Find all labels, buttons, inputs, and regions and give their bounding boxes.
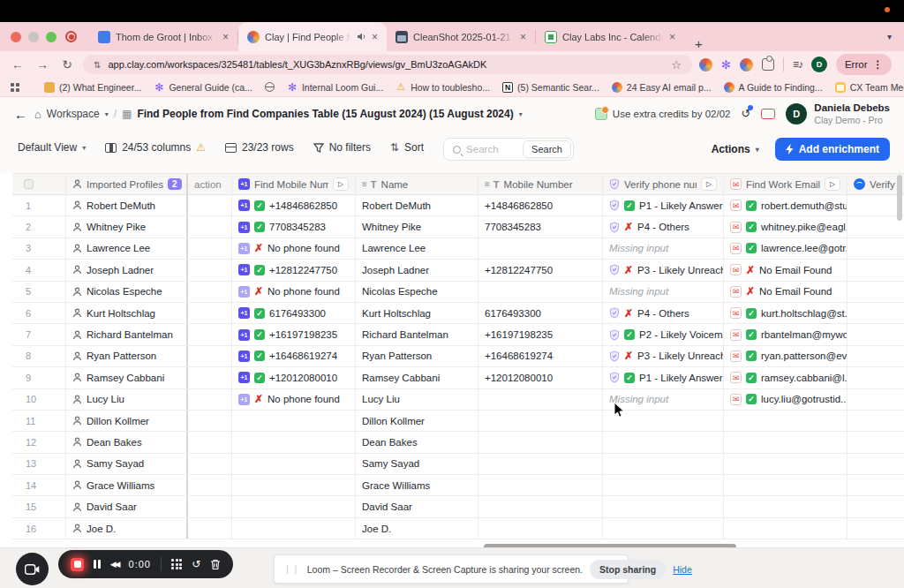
name-cell[interactable]: Lucy Liu: [356, 389, 478, 410]
clay-extension-icon[interactable]: [740, 58, 753, 72]
row-number[interactable]: 14: [12, 475, 66, 495]
find-mobile-cell[interactable]: +1✗No phone found: [232, 282, 356, 302]
reading-list-icon[interactable]: ≡♪: [793, 58, 802, 71]
mobile-number-cell[interactable]: +16197198235: [478, 324, 603, 344]
header-verify[interactable]: Verify: [848, 174, 904, 194]
verify-phone-cell[interactable]: ✓P2 - Likely Voicemail: [603, 324, 724, 344]
imported-profile-cell[interactable]: Lucy Liu: [66, 389, 188, 410]
work-email-cell[interactable]: ✉✓lucy.liu@gotrustid....: [724, 389, 848, 410]
name-cell[interactable]: Joe D.: [356, 518, 478, 539]
action-cell[interactable]: [188, 496, 232, 516]
tab-cleanshot[interactable]: CleanShot 2025-01-21 at .05 ×: [387, 22, 535, 51]
header-mobile-number[interactable]: ≡ T Mobile Number: [478, 174, 603, 194]
drag-handle[interactable]: ❘❘: [283, 564, 300, 574]
address-bar[interactable]: ⇅ app.clay.com/workspaces/325481/tables/…: [83, 55, 692, 74]
verify-phone-cell[interactable]: [603, 475, 724, 495]
stop-sharing-button[interactable]: Stop sharing: [590, 560, 666, 579]
name-cell[interactable]: Grace Williams: [356, 475, 478, 495]
action-cell[interactable]: [188, 238, 232, 259]
verify-phone-cell[interactable]: ✓P1 - Likely Answer: [603, 367, 724, 388]
verify-cell[interactable]: [848, 411, 904, 431]
verify-phone-cell[interactable]: [603, 454, 724, 474]
name-cell[interactable]: Lawrence Lee: [356, 238, 478, 259]
mobile-number-cell[interactable]: [478, 411, 603, 431]
view-selector[interactable]: Default View ▾: [18, 138, 86, 157]
bookmark-item[interactable]: ✻General Guide (ca...: [154, 82, 252, 93]
action-cell[interactable]: [188, 282, 232, 302]
verify-cell[interactable]: [848, 475, 904, 495]
close-tab-icon[interactable]: ×: [520, 31, 526, 43]
name-cell[interactable]: David Saar: [356, 496, 478, 516]
imported-profile-cell[interactable]: Grace Williams: [66, 475, 188, 495]
verify-cell[interactable]: [848, 367, 904, 388]
credits-banner[interactable]: Use extra credits by 02/02: [595, 108, 731, 120]
work-email-cell[interactable]: ✉✓ramsey.cabbani@l...: [724, 367, 848, 388]
hide-link[interactable]: Hide: [673, 564, 692, 575]
tab-search-chevron-icon[interactable]: ▾: [887, 32, 892, 41]
tab-calendar[interactable]: Clay Labs Inc - Calendar - W ×: [536, 22, 684, 51]
header-action[interactable]: action: [188, 174, 232, 194]
work-email-cell[interactable]: ✉✗No Email Found: [724, 260, 848, 280]
bookmark-item[interactable]: ⚠How to toublesho...: [396, 82, 490, 93]
close-tab-icon[interactable]: ×: [222, 31, 229, 43]
imported-profile-cell[interactable]: Kurt Holtschlag: [66, 303, 188, 323]
action-cell[interactable]: [188, 324, 232, 344]
find-mobile-cell[interactable]: [232, 411, 356, 431]
apps-grid-icon[interactable]: [11, 83, 19, 92]
verify-phone-cell[interactable]: [603, 432, 724, 452]
row-number[interactable]: 15: [12, 496, 66, 516]
verify-phone-cell[interactable]: ✗P4 - Others: [603, 303, 724, 323]
bookmark-item[interactable]: [265, 82, 275, 92]
work-email-cell[interactable]: ✉✓ryan.patterson@ev...: [724, 346, 848, 366]
mobile-number-cell[interactable]: 6176493300: [478, 303, 603, 323]
actions-button[interactable]: Actions ▾: [704, 139, 766, 160]
name-cell[interactable]: Dean Bakes: [356, 432, 478, 452]
name-cell[interactable]: Joseph Ladner: [356, 260, 478, 280]
name-cell[interactable]: Nicolas Espeche: [356, 282, 478, 302]
zoom-window-button[interactable]: [46, 32, 56, 42]
columns-button[interactable]: 24/53 columns ⚠: [105, 138, 206, 157]
imported-profile-cell[interactable]: Dean Bakes: [66, 432, 188, 452]
imported-profile-cell[interactable]: David Saar: [66, 496, 188, 516]
mobile-number-cell[interactable]: [478, 432, 603, 452]
bookmark-item[interactable]: N(5) Semantic Sear...: [502, 82, 599, 93]
verify-cell[interactable]: [848, 303, 904, 323]
close-tab-icon[interactable]: ×: [669, 31, 675, 43]
rows-button[interactable]: 23/23 rows: [225, 138, 294, 157]
bookmark-item[interactable]: (2) What Engineer...: [44, 82, 141, 93]
pause-button[interactable]: [94, 560, 101, 569]
find-mobile-cell[interactable]: +1✓+16197198235: [232, 324, 356, 344]
action-cell[interactable]: [188, 216, 232, 237]
imported-profile-cell[interactable]: Robert DeMuth: [66, 195, 188, 215]
sort-button[interactable]: ⇅ Sort: [390, 138, 424, 157]
search-button[interactable]: Search: [523, 140, 571, 158]
forward-button[interactable]: →: [34, 57, 51, 72]
find-mobile-cell[interactable]: [232, 454, 356, 474]
work-email-cell[interactable]: ✉✓lawrence.lee@gotr...: [724, 238, 848, 259]
error-menu-button[interactable]: Error ⋮: [836, 54, 892, 75]
history-icon[interactable]: ↺: [741, 107, 750, 120]
verify-cell[interactable]: [848, 195, 904, 215]
action-cell[interactable]: [188, 454, 232, 474]
chevron-down-icon[interactable]: ▾: [105, 110, 109, 118]
mobile-number-cell[interactable]: +16468619274: [478, 346, 603, 366]
app-back-button[interactable]: ←: [14, 107, 27, 122]
mobile-number-cell[interactable]: [478, 282, 603, 302]
minimize-window-button[interactable]: [28, 32, 39, 42]
verify-cell[interactable]: [848, 389, 904, 410]
tab-clay-active[interactable]: Clay | Find People from Fi ×: [238, 22, 387, 51]
find-mobile-cell[interactable]: [232, 475, 356, 495]
bookmark-item[interactable]: 24 Easy AI email p...: [612, 82, 712, 93]
action-cell[interactable]: [188, 195, 232, 215]
verify-cell[interactable]: [848, 454, 904, 474]
verify-cell[interactable]: [848, 518, 904, 539]
close-tab-icon[interactable]: ×: [372, 31, 378, 43]
header-find-mobile[interactable]: +1 Find Mobile Number ▷: [232, 174, 356, 194]
row-number[interactable]: 1: [12, 195, 66, 215]
select-all-header[interactable]: [12, 174, 66, 194]
imported-profile-cell[interactable]: Richard Bantelman: [66, 324, 188, 344]
row-number[interactable]: 10: [12, 389, 66, 410]
imported-profile-cell[interactable]: Dillon Kollmer: [66, 411, 188, 431]
name-cell[interactable]: Robert DeMuth: [356, 195, 478, 215]
verify-phone-cell[interactable]: ✓P1 - Likely Answer: [603, 195, 724, 215]
